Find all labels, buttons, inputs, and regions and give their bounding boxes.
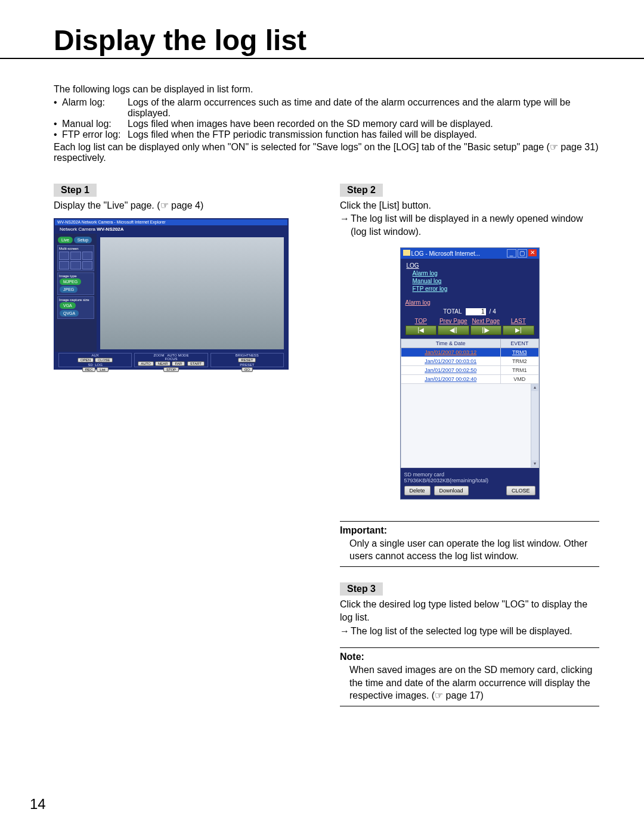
start-button[interactable]: START <box>187 361 205 366</box>
total-page-input[interactable]: 1 <box>466 308 486 315</box>
table-row: Jan/01/2007 00:03:12TRM3 <box>401 348 538 356</box>
arrow-icon: → <box>340 212 351 239</box>
pager-last-label: LAST <box>503 318 534 324</box>
scrollbar[interactable]: ▴ ▾ <box>531 384 538 467</box>
sd-card-label: SD memory card <box>404 472 535 478</box>
download-button[interactable]: Download <box>434 486 469 495</box>
step3-line1: Click the desired log type listed below … <box>340 598 599 625</box>
log-time-link[interactable]: Jan/01/2007 00:03:01 <box>401 356 500 365</box>
window-titlebar: WV-NS202A Network Camera - Microsoft Int… <box>55 219 287 225</box>
note-body: When saved images are on the SD memory c… <box>349 664 599 702</box>
table-row: Jan/01/2007 00:02:50TRM1 <box>401 365 538 374</box>
step1-text: Display the "Live" page. (☞ page 4) <box>54 199 313 212</box>
multiscreen-icon[interactable] <box>59 252 69 260</box>
note-heading: Note: <box>340 652 599 662</box>
sd-card-stats: 57936KB/62032KB(remaining/total) <box>404 478 535 483</box>
multiscreen-icon[interactable] <box>82 252 92 260</box>
divider <box>340 647 599 648</box>
focus-far-button[interactable]: FAR <box>172 361 185 366</box>
maximize-button[interactable]: ▢ <box>518 249 527 258</box>
setup-button[interactable]: Setup <box>74 237 92 243</box>
jpeg-button[interactable]: JPEG <box>60 286 78 293</box>
live-page-screenshot: WV-NS202A Network Camera - Microsoft Int… <box>54 218 289 370</box>
table-row: Jan/01/2007 00:03:01TRM2 <box>401 356 538 365</box>
close-log-button[interactable]: CLOSE <box>506 486 535 495</box>
page-number: 14 <box>30 796 46 813</box>
pager-top-label: TOP <box>405 318 437 324</box>
close-button[interactable]: ✕ <box>528 249 537 256</box>
col-time-date: Time & Date <box>401 339 500 348</box>
alarm-log-section: Alarm log <box>405 299 431 306</box>
divider <box>340 706 599 706</box>
pager-last-button[interactable]: ▶| <box>503 325 534 335</box>
log-time-link[interactable]: Jan/01/2007 00:02:50 <box>401 365 500 374</box>
log-time-link[interactable]: Jan/01/2007 00:02:40 <box>401 374 500 383</box>
step3-label: Step 3 <box>340 582 383 596</box>
log-heading: LOG <box>407 262 533 269</box>
pager-prev-button[interactable]: ◀|| <box>438 325 469 335</box>
step2-label: Step 2 <box>340 184 383 197</box>
table-blank-area: ▴ ▾ <box>401 384 539 468</box>
important-body: Only a single user can operate the log l… <box>349 537 599 563</box>
list-item: • Manual log: Logs filed when images hav… <box>54 119 599 129</box>
live-button[interactable]: Live <box>58 237 73 243</box>
multiscreen-icon[interactable] <box>70 252 80 260</box>
log-table: Time & DateEVENT Jan/01/2007 00:03:12TRM… <box>401 339 539 384</box>
total-label: TOTAL <box>443 308 462 315</box>
pager-first-button[interactable]: |◀ <box>405 325 437 335</box>
intro-text: The following logs can be displayed in l… <box>54 83 599 96</box>
arrow-icon: → <box>340 625 351 638</box>
pager-next-label: Next Page <box>470 318 502 324</box>
rec-button[interactable]: REC <box>82 367 96 372</box>
list-item: • FTP error log: Logs filed when the FTP… <box>54 129 599 140</box>
focus-near-button[interactable]: NEAR <box>155 361 171 366</box>
window-title: LOG - Microsoft Internet... <box>403 250 481 257</box>
qvga-button[interactable]: QVGA <box>60 310 79 317</box>
delete-button[interactable]: Delete <box>404 486 431 495</box>
multiscreen-icon[interactable] <box>70 261 80 269</box>
minimize-button[interactable]: _ <box>507 249 516 258</box>
camera-model: Network Camera <box>60 227 97 232</box>
page-title: Display the log list <box>54 24 599 57</box>
table-row: Jan/01/2007 00:02:40VMD <box>401 374 538 383</box>
brightness-reset-button[interactable]: RESET <box>238 358 256 362</box>
preset-go-button[interactable]: GO <box>242 367 253 372</box>
stop-button[interactable]: STOP <box>163 367 179 372</box>
important-heading: Important: <box>340 525 599 536</box>
total-of: / 4 <box>490 308 496 315</box>
ftp-error-log-link[interactable]: FTP error log <box>413 286 533 292</box>
step2-line1: Click the [List] button. <box>340 199 599 212</box>
list-item: • Alarm log: Logs of the alarm occurrenc… <box>54 97 599 119</box>
step3-line2: The log list of the selected log type wi… <box>351 625 599 638</box>
log-time-link[interactable]: Jan/01/2007 00:03:12 <box>401 348 500 356</box>
pager-prev-label: Prev Page <box>438 318 469 324</box>
multiscreen-icon[interactable] <box>82 261 92 269</box>
scroll-down-icon[interactable]: ▾ <box>531 460 538 467</box>
footnote: Each log list can be displayed only when… <box>54 141 599 163</box>
title-divider <box>0 58 644 59</box>
scroll-up-icon[interactable]: ▴ <box>531 384 538 391</box>
focus-auto-button[interactable]: AUTO <box>138 361 154 366</box>
step2-line2: The log list will be displayed in a newl… <box>351 212 599 239</box>
vga-button[interactable]: VGA <box>60 302 76 309</box>
ie-icon <box>403 250 410 256</box>
manual-log-link[interactable]: Manual log <box>413 278 533 284</box>
list-button[interactable]: List <box>97 367 108 372</box>
log-definitions: • Alarm log: Logs of the alarm occurrenc… <box>54 97 599 140</box>
log-list-window: LOG - Microsoft Internet... _ ▢ ✕ LOG Al… <box>400 247 540 500</box>
step1-label: Step 1 <box>54 184 97 197</box>
camera-video-view <box>100 237 284 349</box>
divider <box>340 521 599 522</box>
multiscreen-icon[interactable] <box>59 261 69 269</box>
aux-open-button[interactable]: OPEN <box>78 358 94 362</box>
aux-close-button[interactable]: CLOSE <box>95 358 113 362</box>
col-event: EVENT <box>500 339 538 348</box>
alarm-log-link[interactable]: Alarm log <box>413 270 533 277</box>
mjpeg-button[interactable]: MJPEG <box>60 278 81 285</box>
pager-next-button[interactable]: ||▶ <box>470 325 502 335</box>
